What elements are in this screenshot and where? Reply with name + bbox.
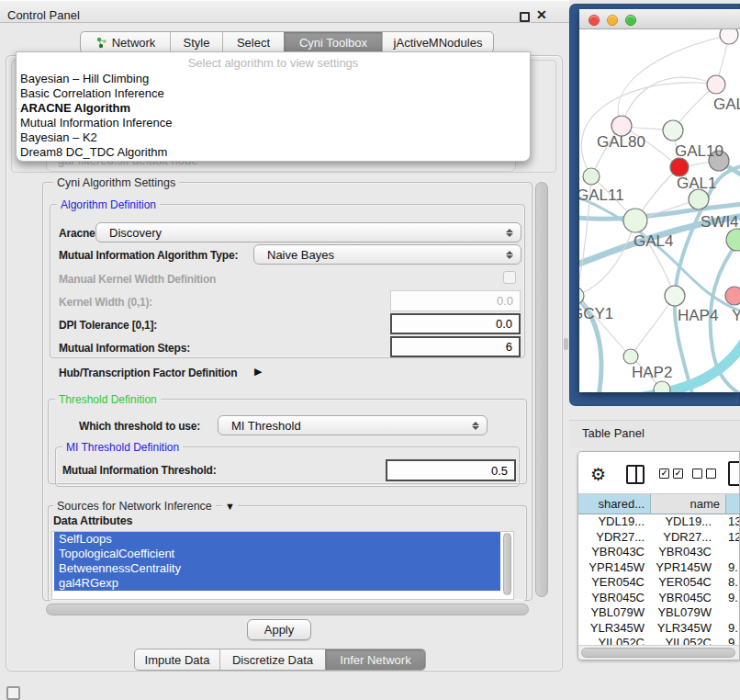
manual-kernel-label: Manual Kernel Width Definition <box>59 273 216 286</box>
table-cell: YDR27... <box>651 530 726 546</box>
table-cell <box>726 605 740 621</box>
apply-button[interactable]: Apply <box>247 619 311 640</box>
settings-vertical-scrollbar[interactable] <box>535 182 548 597</box>
table-toolbar: ⚙ ✓ ✓ <box>578 452 740 494</box>
unchecked-box-icon <box>706 469 716 479</box>
bottom-tabbar: Impute Data Discretize Data Infer Networ… <box>134 649 426 671</box>
network-node-label: HAP2 <box>632 364 672 381</box>
mi-type-value: Naive Bayes <box>267 248 504 262</box>
kernel-width-field[interactable] <box>390 290 521 311</box>
table-cell: YDR27... <box>578 530 651 546</box>
list-item-selected[interactable]: TopologicalCoefficient <box>54 547 500 561</box>
tab-select[interactable]: Select <box>222 32 284 52</box>
network-node[interactable] <box>665 286 685 306</box>
aracne-mode-combo[interactable]: Discovery <box>95 222 521 243</box>
tab-cyni-toolbox[interactable]: Cyni Toolbox <box>284 32 382 52</box>
tab-discretize-data[interactable]: Discretize Data <box>219 649 325 670</box>
dropdown-item[interactable]: Mutual Information Inference <box>17 116 530 130</box>
manual-kernel-checkbox[interactable] <box>503 271 516 284</box>
dpi-tolerance-field[interactable] <box>390 313 521 334</box>
network-node[interactable] <box>707 75 725 94</box>
network-icon <box>95 37 107 49</box>
list-item-selected[interactable]: BetweennessCentrality <box>54 561 500 576</box>
network-node[interactable] <box>725 287 740 305</box>
list-vertical-scrollbar[interactable] <box>503 533 511 595</box>
column-header-shared[interactable]: shared... <box>578 494 651 514</box>
select-all-icon[interactable]: ✓ ✓ <box>659 469 683 479</box>
tab-infer-network[interactable]: Infer Network <box>325 649 425 670</box>
network-canvas[interactable]: GALGAL80GAL10GAL1GAL11SWI4GAL4GCY1HAP4YH… <box>579 29 740 392</box>
table-cell: YPR145W <box>651 560 726 576</box>
minimize-traffic-light[interactable] <box>607 15 618 26</box>
collapsed-panel-icon[interactable] <box>6 686 20 700</box>
network-node[interactable] <box>583 168 600 185</box>
table-row[interactable]: YLR345WYLR345W9. <box>578 621 740 637</box>
table-row[interactable]: YDL19...YDL19...13 <box>578 514 740 530</box>
column-header-partial[interactable] <box>726 494 740 514</box>
column-header-name[interactable]: name <box>651 494 726 514</box>
network-node[interactable] <box>654 381 670 392</box>
mi-steps-field[interactable] <box>390 336 521 357</box>
deselect-all-icon[interactable] <box>692 469 716 479</box>
tab-network[interactable]: Network <box>81 32 170 52</box>
table-cell: 9. <box>726 591 740 606</box>
table-cell: YER054C <box>651 575 726 591</box>
which-threshold-value: MI Threshold <box>231 419 470 433</box>
network-node[interactable] <box>670 158 689 176</box>
table-horizontal-scrollbar[interactable] <box>581 648 735 658</box>
which-threshold-combo[interactable]: MI Threshold <box>218 415 488 435</box>
network-window: GALGAL80GAL10GAL1GAL11SWI4GAL4GCY1HAP4YH… <box>579 9 740 392</box>
table-row[interactable]: YBR043CYBR043C <box>578 545 740 560</box>
list-item-selected[interactable]: SelfLoops <box>54 532 500 547</box>
mi-threshold-group-title: MI Threshold Definition <box>62 441 183 454</box>
table-cell: 9. <box>726 621 740 637</box>
zoom-traffic-light[interactable] <box>625 15 636 26</box>
float-window-icon[interactable] <box>520 12 530 22</box>
table-row[interactable]: YPR145WYPR145W9. <box>578 560 740 576</box>
network-node[interactable] <box>663 120 683 141</box>
close-icon[interactable]: ✕ <box>536 7 547 22</box>
table-row[interactable]: YBR045CYBR045C9. <box>578 591 740 606</box>
tab-label: Network <box>112 36 156 50</box>
checked-box-icon: ✓ <box>673 469 683 479</box>
dropdown-item-highlighted[interactable]: ARACNE Algorithm <box>17 101 530 116</box>
dropdown-item[interactable]: Bayesian – K2 <box>17 130 530 145</box>
dropdown-item[interactable]: Basic Correlation Inference <box>17 86 530 101</box>
table-row[interactable]: YER054CYER054C8. <box>578 575 740 591</box>
column-layout-icon[interactable] <box>626 465 645 484</box>
tab-jactivemnodules[interactable]: jActiveMNodules <box>382 32 493 52</box>
table-cell: YDL19... <box>578 514 651 530</box>
pane-divider-grip[interactable] <box>564 338 568 350</box>
combo-arrows-icon <box>504 229 514 237</box>
hub-expand-icon[interactable]: ▶ <box>254 366 262 378</box>
settings-horizontal-scrollbar[interactable] <box>46 604 529 615</box>
table-cell: YBR043C <box>578 545 651 560</box>
mi-type-combo[interactable]: Naive Bayes <box>253 244 521 265</box>
list-item-selected[interactable]: gal4RGexp <box>54 576 500 591</box>
sources-collapse-icon[interactable]: ▼ <box>222 501 238 512</box>
table-header: shared... name <box>578 494 740 514</box>
apply-button-label: Apply <box>264 623 295 637</box>
tab-impute-data[interactable]: Impute Data <box>135 649 219 670</box>
table-cell <box>726 545 740 560</box>
table-cell: YPR145W <box>578 560 651 576</box>
new-table-icon[interactable] <box>728 461 740 486</box>
combo-arrows-icon <box>504 251 514 259</box>
table-row[interactable]: YDR27...YDR27...12 <box>578 530 740 546</box>
hub-section-label: Hub/Transcription Factor Definition <box>59 367 237 379</box>
dropdown-item[interactable]: Bayesian – Hill Climbing <box>17 72 530 86</box>
close-traffic-light[interactable] <box>589 15 600 26</box>
network-node[interactable] <box>689 189 709 209</box>
network-node[interactable] <box>623 209 647 232</box>
tab-style[interactable]: Style <box>170 32 222 52</box>
network-node[interactable] <box>726 229 740 251</box>
table-row[interactable]: YBL079WYBL079W <box>578 605 740 621</box>
network-node[interactable] <box>623 349 638 364</box>
network-window-titlebar[interactable] <box>579 9 740 29</box>
network-node[interactable] <box>720 29 738 44</box>
mi-threshold-field[interactable] <box>386 459 516 481</box>
dropdown-item[interactable]: Dream8 DC_TDC Algorithm <box>17 145 530 160</box>
gear-icon[interactable]: ⚙ <box>590 464 606 485</box>
tab-label: Select <box>237 36 270 50</box>
network-node-label: GAL4 <box>633 232 673 250</box>
